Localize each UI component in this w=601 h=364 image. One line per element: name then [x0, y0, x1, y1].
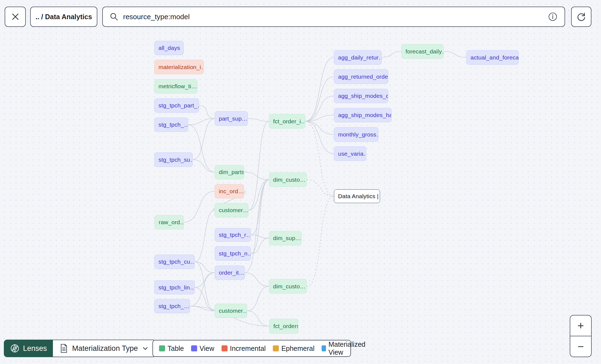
edge-stg_tpch_su-to-part_sup	[193, 119, 215, 160]
lens-aperture-icon	[10, 343, 20, 353]
lenses-button[interactable]: Lenses	[4, 340, 53, 357]
edge-stg_tpch_r-to-dim_sup	[251, 235, 269, 238]
legend-swatch	[191, 345, 197, 351]
graph-node-metricflow_ti[interactable]: metricflow_ti…	[154, 79, 197, 93]
edge-stg_tpch_part-to-part_sup	[199, 106, 215, 119]
edge-fct_order_i-to-agg_returned	[305, 77, 334, 121]
edge-dim_custo_a-to-exposure	[307, 180, 334, 197]
edge-customer_a-to-dim_custo_a	[248, 180, 269, 211]
search-input[interactable]	[123, 13, 548, 21]
legend-item-table: Table	[159, 345, 184, 352]
toolbar: .. / Data Analytics	[0, 0, 601, 33]
edge-fct_order_i-to-agg_daily	[305, 58, 334, 121]
graph-node-agg_ship_ha[interactable]: agg_ship_modes_ha…	[334, 108, 392, 122]
edge-stg_tpch_cu-to-customer_a	[195, 210, 215, 262]
edge-fct_order_i-to-monthly_gross	[305, 121, 334, 135]
search-icon	[109, 12, 119, 21]
legend-label: Materialized View	[328, 340, 367, 356]
search-bar[interactable]	[102, 7, 565, 27]
zoom-out-button[interactable]: −	[570, 336, 591, 357]
graph-node-stg_tpch_b[interactable]: stg_tpch_…	[154, 299, 190, 313]
graph-node-stg_tpch_su[interactable]: stg_tpch_su…	[154, 152, 193, 167]
edge-stg_tpch_su-to-dim_parts	[193, 160, 215, 172]
lenses-bar: Lenses Materialization Type	[4, 340, 156, 357]
legend-swatch	[159, 345, 165, 351]
zoom-in-button[interactable]: +	[570, 315, 591, 336]
legend-item-ephemeral: Ephemeral	[273, 345, 314, 352]
graph-node-agg_daily[interactable]: agg_daily_retur…	[334, 50, 382, 65]
legend-item-incremental: Incremental	[222, 345, 266, 352]
graph-node-stg_tpch_r[interactable]: stg_tpch_r…	[215, 228, 251, 242]
graph-node-customer_b[interactable]: customer…	[215, 304, 247, 318]
close-icon	[11, 13, 19, 21]
edge-raw_ord-to-inc_ord	[184, 191, 215, 222]
legend-item-view: View	[191, 345, 214, 352]
graph-node-stg_tpch_n[interactable]: stg_tpch_n…	[215, 246, 251, 261]
edge-customer_b-to-dim_custo_b	[247, 286, 269, 311]
edge-order_it-to-dim_custo_b	[245, 273, 269, 286]
edge-fct_order_i-to-agg_ship_d	[305, 96, 334, 121]
refresh-button[interactable]	[571, 7, 591, 27]
graph-node-order_it[interactable]: order_it…	[215, 266, 245, 280]
edge-stg_tpch_r-to-dim_custo_a	[251, 180, 269, 235]
edge-fct_order_i-to-use_varia	[305, 121, 334, 154]
edge-part_sup-to-fct_order_i	[248, 119, 269, 121]
edge-stg_tpch_lin-to-customer_b	[195, 288, 215, 311]
materialization-type-label: Materialization Type	[72, 344, 138, 353]
graph-node-part_sup[interactable]: part_sup…	[215, 111, 248, 126]
breadcrumb[interactable]: .. / Data Analytics	[30, 7, 97, 27]
graph-node-stg_tpch_lin[interactable]: stg_tpch_lin…	[154, 280, 195, 294]
edge-stg_tpch_cu-to-order_it	[195, 262, 215, 273]
graph-node-forecast_daily[interactable]: forecast_daily…	[401, 44, 444, 59]
graph-node-use_varia[interactable]: use_varia…	[334, 146, 366, 161]
graph-node-all_days[interactable]: all_days	[154, 41, 184, 55]
graph-node-fct_order_i[interactable]: fct_order_i…	[269, 114, 305, 129]
chevron-down-icon	[142, 345, 149, 352]
edge-stg_tpch_b-to-customer_b	[190, 306, 215, 311]
graph-node-dim_custo_b[interactable]: dim_custo…	[269, 279, 307, 294]
edge-customer_a-to-fct_order_i	[248, 121, 269, 211]
document-icon	[59, 344, 68, 353]
materialization-type-selector[interactable]: Materialization Type	[53, 340, 156, 357]
graph-node-stg_tpch_part[interactable]: stg_tpch_part_…	[154, 98, 199, 113]
edge-stg_tpch_cu-to-customer_b	[195, 262, 215, 311]
graph-node-dim_custo_a[interactable]: dim_custo…	[269, 172, 307, 187]
close-button[interactable]	[5, 7, 26, 27]
zoom-controls: + −	[570, 315, 592, 357]
graph-node-dim_sup[interactable]: dim_sup…	[269, 231, 302, 245]
edge-stg_tpch_a-to-part_sup	[188, 119, 215, 125]
graph-node-actual_forecast[interactable]: actual_and_foreca…	[466, 50, 519, 65]
edge-fct_order_i-to-exposure	[305, 121, 334, 197]
legend-label: Ephemeral	[281, 345, 314, 352]
refresh-icon	[576, 11, 587, 22]
graph-node-stg_tpch_a[interactable]: stg_tpch_…	[154, 118, 188, 132]
graph-node-stg_tpch_cu[interactable]: stg_tpch_cu…	[154, 255, 195, 269]
breadcrumb-label: .. / Data Analytics	[35, 13, 92, 21]
graph-node-fct_orders[interactable]: fct_orders	[269, 319, 298, 334]
graph-node-raw_ord[interactable]: raw_ord…	[155, 215, 184, 229]
edge-stg_tpch_lin-to-order_it	[195, 273, 215, 288]
graph-node-monthly_gross[interactable]: monthly_gross…	[334, 127, 378, 142]
legend-swatch	[222, 345, 228, 351]
edge-dim_parts-to-dim_custo_a	[244, 172, 269, 180]
legend-swatch	[273, 345, 279, 351]
legend-item-materialized-view: Materialized View	[322, 340, 367, 356]
graph-node-materialization_i[interactable]: materialization_i…	[154, 60, 204, 74]
graph-node-agg_ship_d[interactable]: agg_ship_modes_d…	[334, 89, 388, 103]
legend-label: Table	[168, 345, 184, 352]
edge-forecast_daily-to-actual_forecast	[444, 52, 466, 58]
info-icon[interactable]	[548, 12, 558, 22]
edge-customer_b-to-fct_orders	[247, 311, 269, 326]
graph-node-inc_ord[interactable]: inc_ord…	[215, 184, 244, 198]
legend-label: Incremental	[230, 345, 266, 352]
graph-node-dim_parts[interactable]: dim_parts	[215, 165, 244, 179]
lineage-canvas[interactable]: all_daysmaterialization_i…metricflow_ti……	[0, 0, 601, 364]
graph-node-agg_returned[interactable]: agg_returned_orde…	[334, 69, 388, 84]
edge-agg_daily-to-forecast_daily	[382, 52, 401, 58]
legend-swatch	[322, 345, 326, 351]
legend-label: View	[200, 345, 214, 352]
graph-node-customer_a[interactable]: customer…	[215, 203, 248, 217]
graph-node-exposure[interactable]: Data Analytics | …	[334, 189, 380, 203]
edge-dim_custo_b-to-exposure	[307, 196, 334, 286]
edge-stg_tpch_n-to-dim_custo_a	[251, 180, 269, 254]
